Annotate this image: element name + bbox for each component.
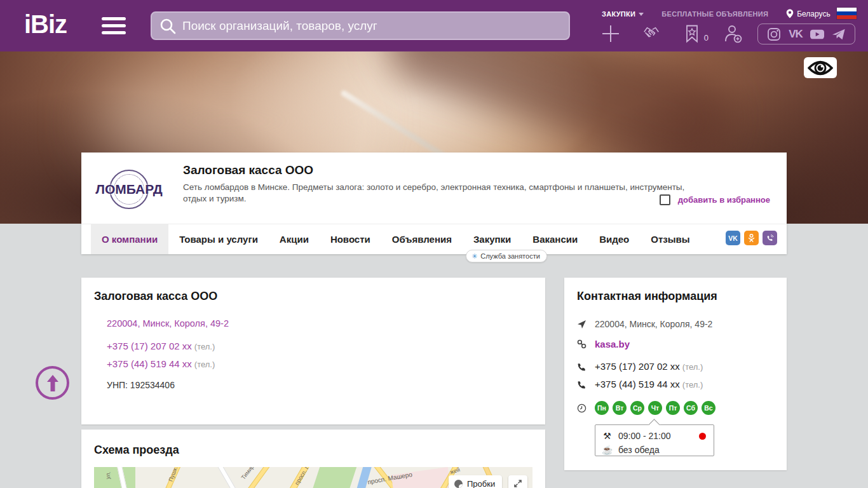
page: iBiz ЗАКУПКИ БЕСПЛАТНЫЕ ОБЪЯВЛЕНИЯ Белар… xyxy=(0,0,868,488)
tab-about[interactable]: О компании xyxy=(91,224,168,254)
contact-address-row: 220004, Минск, Короля, 49-2 xyxy=(577,319,712,329)
free-ads-link[interactable]: БЕСПЛАТНЫЕ ОБЪЯВЛЕНИЯ xyxy=(661,10,768,18)
phone-icon xyxy=(577,380,587,390)
map-expand-button[interactable] xyxy=(508,475,527,488)
job-service-icon: ✳ xyxy=(471,252,477,261)
ok-share-button[interactable] xyxy=(744,231,759,245)
day-badge-sun[interactable]: Вс xyxy=(702,401,715,415)
link-icon xyxy=(577,339,587,349)
instagram-icon[interactable] xyxy=(766,27,782,41)
job-service-tooltip[interactable]: ✳ Служба занятости xyxy=(466,250,547,262)
closed-now-indicator xyxy=(699,433,706,440)
bookmark-count-badge: 0 xyxy=(704,33,709,43)
search-icon xyxy=(158,17,177,36)
hamburger-menu-icon[interactable] xyxy=(102,17,126,35)
tab-video[interactable]: Видео xyxy=(588,224,640,254)
map-section: Схема проезда ул. Пушк. Тимир. просп. По… xyxy=(81,430,545,488)
contact-phone-row: +375 (44) 519 44 xx(тел.) xyxy=(577,379,703,390)
contact-address: 220004, Минск, Короля, 49-2 xyxy=(595,319,712,329)
company-unp: УНП: 192534406 xyxy=(107,380,175,390)
navigation-arrow-icon xyxy=(577,320,587,329)
logo-text: ЛОМБАРД xyxy=(95,182,163,197)
tab-ads[interactable]: Объявления xyxy=(381,224,463,254)
lunch-row: ☕ без обеда xyxy=(602,443,707,457)
weekday-badges: Пн Вт Ср Чт Пт Сб Вс xyxy=(595,401,715,415)
day-badge-sat[interactable]: Сб xyxy=(684,401,698,415)
schedule-row: Пн Вт Ср Чт Пт Сб Вс xyxy=(577,401,715,415)
day-badge-mon[interactable]: Пн xyxy=(595,401,609,415)
about-address-link[interactable]: 220004, Минск, Короля, 49-2 xyxy=(107,318,229,329)
job-service-label: Служба занятости xyxy=(480,252,540,260)
day-badge-wed[interactable]: Ср xyxy=(630,401,644,415)
back-to-top-button[interactable] xyxy=(36,366,69,400)
partners-handshake-icon[interactable] xyxy=(642,24,661,43)
contact-title: Контактная информация xyxy=(577,290,717,303)
favorite-label: добавить в избранное xyxy=(678,195,770,205)
phone-link[interactable]: +375 (44) 519 44 xx xyxy=(107,358,192,369)
accessibility-eye-button[interactable] xyxy=(804,57,837,78)
bookmarks-button[interactable]: 0 xyxy=(682,24,702,43)
about-phone-row: +375 (44) 519 44 xx(тел.) xyxy=(107,358,215,370)
tab-promos[interactable]: Акции xyxy=(269,224,320,254)
street-label: просп. По. xyxy=(294,467,313,486)
schedule-tooltip: ⚒ 09:00 - 21:00 ☕ без обеда xyxy=(595,424,714,456)
telegram-icon[interactable] xyxy=(831,27,846,41)
city-map[interactable]: ул. Пушк. Тимир. просп. По. просп. Машер… xyxy=(94,467,532,488)
traffic-light-icon xyxy=(454,480,463,488)
day-badge-tue[interactable]: Вт xyxy=(613,401,627,415)
phone-link[interactable]: +375 (17) 207 02 xx xyxy=(107,341,192,351)
about-title: Залоговая касса ООО xyxy=(94,290,217,303)
about-phone-row: +375 (17) 207 02 xx(тел.) xyxy=(107,341,215,352)
day-badge-fri[interactable]: Пт xyxy=(666,401,680,415)
phone-note: (тел.) xyxy=(194,360,215,369)
phone-note: (тел.) xyxy=(682,380,703,390)
add-to-favorites[interactable]: добавить в избранное xyxy=(660,194,770,205)
header-social-links: VK xyxy=(757,24,855,44)
tab-products[interactable]: Товары и услуги xyxy=(168,224,269,254)
street-label: Пушк. xyxy=(167,467,179,482)
top-header: iBiz ЗАКУПКИ БЕСПЛАТНЫЕ ОБЪЯВЛЕНИЯ Белар… xyxy=(0,0,868,51)
traffic-button[interactable]: Пробки xyxy=(449,475,502,488)
country-selector[interactable]: Беларусь xyxy=(786,9,830,18)
contact-phone[interactable]: +375 (17) 207 02 xx xyxy=(595,361,680,372)
company-description: Сеть ломбардов в Минске. Предметы залога… xyxy=(183,182,710,205)
tab-news[interactable]: Новости xyxy=(320,224,381,254)
expand-icon xyxy=(513,479,522,488)
language-flag-ru[interactable] xyxy=(837,8,857,19)
map-park-area xyxy=(313,467,358,488)
contact-phone-row: +375 (17) 207 02 xx(тел.) xyxy=(577,361,703,372)
about-section: Залоговая касса ООО 220004, Минск, Корол… xyxy=(81,278,545,424)
viber-button[interactable] xyxy=(763,231,777,245)
working-hours-row: ⚒ 09:00 - 21:00 xyxy=(602,429,707,443)
website-link[interactable]: kasa.by xyxy=(595,339,630,349)
clock-icon xyxy=(577,403,587,413)
contact-website-row: kasa.by xyxy=(577,339,630,349)
company-card: ЛОМБАРД Залоговая касса ООО Сеть ломбард… xyxy=(81,152,787,254)
zakupki-link[interactable]: ЗАКУПКИ xyxy=(602,10,644,18)
working-hours: 09:00 - 21:00 xyxy=(618,431,671,441)
tab-reviews[interactable]: Отзывы xyxy=(640,224,700,254)
eye-icon xyxy=(808,60,833,76)
add-user-button[interactable] xyxy=(723,24,742,43)
chevron-down-icon xyxy=(639,13,644,16)
location-pin-icon xyxy=(786,9,794,18)
youtube-icon[interactable] xyxy=(810,27,825,41)
search-input[interactable] xyxy=(177,13,569,39)
street-label: Тимир. xyxy=(240,467,257,480)
street-label: жей xyxy=(449,467,461,475)
contact-phone[interactable]: +375 (44) 519 44 xx xyxy=(595,379,680,390)
lunch-info: без обеда xyxy=(618,445,660,455)
lunch-icon: ☕ xyxy=(602,445,613,455)
company-tabs: О компании Товары и услуги Акции Новости… xyxy=(81,224,787,254)
header-action-icons: 0 xyxy=(601,24,742,43)
day-badge-thu[interactable]: Чт xyxy=(648,401,662,415)
site-logo[interactable]: iBiz xyxy=(24,10,67,39)
street-label: ул. xyxy=(105,471,112,480)
working-hours-icon: ⚒ xyxy=(602,431,613,441)
add-plus-button[interactable] xyxy=(601,24,620,43)
company-social-buttons: VK xyxy=(726,231,777,245)
favorite-checkbox[interactable] xyxy=(660,194,670,205)
vk-icon[interactable]: VK xyxy=(788,27,803,41)
vk-share-button[interactable]: VK xyxy=(726,231,740,245)
company-logo[interactable]: ЛОМБАРД xyxy=(94,165,164,214)
